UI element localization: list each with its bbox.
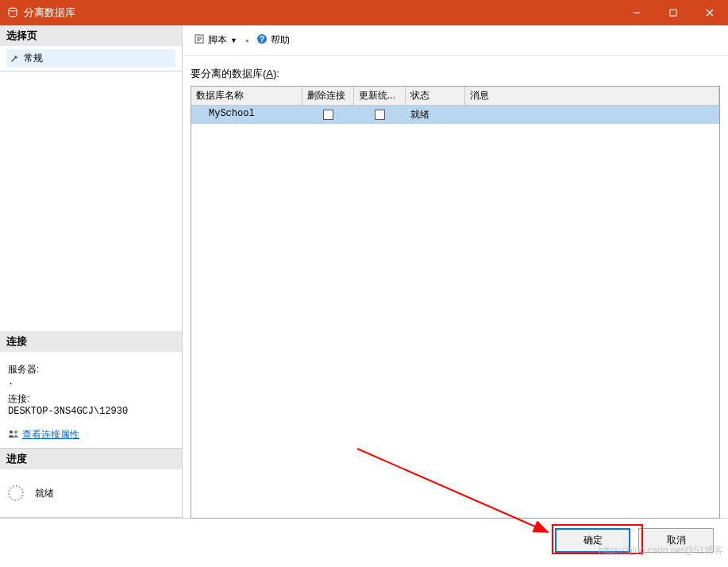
progress-header: 进度: [0, 449, 182, 469]
col-header-status[interactable]: 状态: [406, 87, 465, 106]
sidebar-item-general[interactable]: 常规: [6, 49, 175, 68]
update-stats-checkbox[interactable]: [375, 110, 385, 120]
svg-point-5: [10, 430, 13, 434]
table-row[interactable]: MySchool 就绪: [191, 106, 719, 124]
cell-db-name: MySchool: [191, 106, 302, 124]
server-label: 服务器:: [8, 363, 174, 376]
grid-header: 数据库名称 删除连接 更新统... 状态 消息: [191, 87, 719, 106]
svg-text:?: ?: [260, 35, 264, 44]
toolbar: 脚本 ▼ ▪ ? 帮助: [183, 25, 728, 56]
maximize-button[interactable]: [655, 0, 691, 25]
progress-section: 进度 就绪: [0, 449, 182, 518]
server-value: .: [8, 376, 174, 388]
database-icon: [6, 6, 19, 19]
wrench-icon: [10, 53, 21, 64]
databases-to-detach-label: 要分离的数据库(A):: [191, 67, 720, 81]
select-page-header: 选择页: [0, 25, 182, 46]
cell-update-stats: [354, 106, 406, 124]
col-header-drop-conn[interactable]: 删除连接: [302, 87, 354, 106]
content-area: 脚本 ▼ ▪ ? 帮助 要分离的数据库(A): 数据库名称 删除连接 更新统.: [183, 25, 728, 518]
watermark: https://blog.csdn.net@51博客: [599, 544, 723, 557]
titlebar: 分离数据库: [0, 0, 728, 25]
script-button[interactable]: 脚本 ▼: [191, 32, 241, 48]
svg-point-0: [9, 8, 17, 11]
script-icon: [194, 33, 205, 47]
svg-rect-2: [670, 10, 676, 16]
window-title: 分离数据库: [24, 6, 618, 20]
connection-section: 连接 服务器: . 连接: DESKTOP-3NS4GCJ\12930 查看连接…: [0, 331, 182, 449]
conn-link-label: 查看连接属性: [22, 428, 79, 442]
help-button[interactable]: ? 帮助: [253, 32, 293, 48]
select-page-section: 选择页 常规: [0, 25, 182, 71]
cell-drop-conn: [302, 106, 354, 124]
conn-label: 连接:: [8, 392, 174, 406]
help-label: 帮助: [271, 33, 290, 47]
conn-value: DESKTOP-3NS4GCJ\12930: [8, 406, 174, 417]
chevron-down-icon: ▼: [230, 37, 237, 44]
cell-status: 就绪: [406, 106, 465, 124]
window-controls: [618, 0, 728, 25]
progress-status: 就绪: [35, 487, 54, 500]
help-icon: ?: [256, 33, 268, 47]
progress-spinner-icon: [8, 485, 24, 501]
sidebar: 选择页 常规 连接 服务器: . 连接: DESKTOP-3NS4GCJ\129…: [0, 25, 183, 518]
drop-conn-checkbox[interactable]: [323, 110, 333, 120]
people-icon: [8, 429, 19, 440]
cell-message: [465, 106, 719, 124]
connection-header: 连接: [0, 331, 182, 352]
svg-point-6: [14, 430, 17, 434]
view-connection-properties-link[interactable]: 查看连接属性: [8, 428, 79, 442]
sidebar-item-label: 常规: [24, 52, 43, 65]
col-header-message[interactable]: 消息: [465, 87, 719, 106]
close-button[interactable]: [691, 0, 728, 25]
col-header-name[interactable]: 数据库名称: [191, 87, 302, 106]
minimize-button[interactable]: [618, 0, 655, 25]
script-label: 脚本: [208, 33, 227, 47]
databases-grid: 数据库名称 删除连接 更新统... 状态 消息 MySchool 就绪: [191, 86, 720, 519]
col-header-update-stats[interactable]: 更新统...: [354, 87, 406, 106]
